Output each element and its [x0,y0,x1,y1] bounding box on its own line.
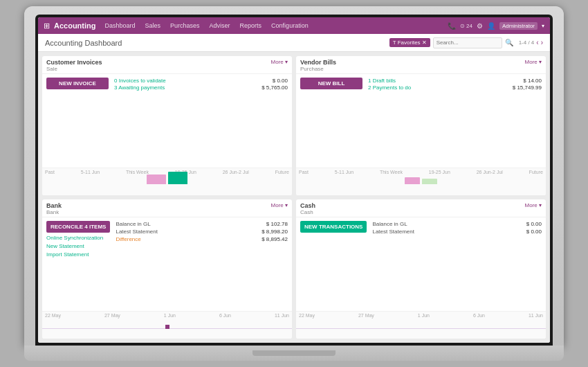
favorites-label: Favorites [398,39,421,46]
bar-this-week [168,172,187,184]
new-transactions-button[interactable]: NEW TRANSACTIONS [300,221,367,233]
online-sync-link[interactable]: Online Synchronization [46,235,110,241]
card-subtitle-bank: Bank [46,209,62,215]
bills-right: 1 Draft bills $ 14.00 2 Payments to do $… [368,78,542,161]
card-body-invoices: NEW INVOICE 0 Invoices to validate $ 0.0… [42,74,292,165]
card-title-invoices: Customer Invoices [46,59,102,66]
card-subtitle-bills: Purchase [300,66,336,72]
card-header-invoices: Customer Invoices Sale More ▾ [42,56,292,74]
search-input[interactable] [433,37,502,48]
bill-payments-val: $ 15,749.99 [513,84,542,91]
card-more-cash[interactable]: More ▾ [525,202,542,208]
card-vendor-bills: Vendor Bills Purchase More ▾ NEW BILL [296,56,546,195]
invoice-stat-2: 3 Awaiting payments $ 5,765.00 [114,84,288,91]
card-header-bills: Vendor Bills Purchase More ▾ [296,56,546,74]
new-invoice-button[interactable]: NEW INVOICE [46,78,109,89]
bank-tl-3: 1 Jun [164,313,176,318]
bills-bars [296,170,546,184]
bank-right: Balance in GL $ 102.78 Latest Statement … [116,221,288,305]
grid-icon: ⊞ [44,21,50,30]
card-body-bills: NEW BILL 1 Draft bills $ 14.00 2 Payment… [296,74,546,165]
reconcile-button[interactable]: RECONCILE 4 ITEMS [46,221,110,233]
pagination-label: 1-4 / 4 [519,39,535,46]
user-icon: 👤 [487,22,495,30]
admin-chevron[interactable]: ▾ [542,23,544,29]
screen-bezel: ⊞ Accounting Dashboard Sales Purchases A… [35,15,553,346]
bill-draft-val: $ 14.00 [523,78,542,84]
invoices-bars [42,170,292,184]
card-body-bank: RECONCILE 4 ITEMS Online Synchronization… [42,217,292,308]
new-bill-button[interactable]: NEW BILL [300,78,362,89]
bar-past [147,174,166,184]
import-statement-link[interactable]: Import Statement [46,251,110,258]
nav-adviser[interactable]: Adviser [208,21,232,30]
nav-purchases[interactable]: Purchases [168,21,202,30]
bills-chart: Past 5-11 Jun This Week 19-25 Jun 26 Jun… [296,168,546,195]
card-title-cash: Cash [300,202,315,209]
bill-payments-link[interactable]: 2 Payments to do [368,84,411,91]
settings-icon[interactable]: ⚙ [477,22,483,30]
bank-gl-row: Balance in GL $ 102.78 [116,221,288,227]
cash-ls-row: Latest Statement $ 0.00 [372,229,542,235]
bill-draft-link[interactable]: 1 Draft bills [368,78,396,84]
bank-gl-val: $ 102.78 [266,221,288,227]
nav-configuration[interactable]: Configuration [269,21,311,30]
bank-tl-1: 22 May [45,313,61,318]
laptop-base [24,346,564,361]
bank-timeline: 22 May 27 May 1 Jun 6 Jun 11 Jun [42,312,292,318]
cash-gl-val: $ 0.00 [526,221,542,227]
laptop-wrapper: ⊞ Accounting Dashboard Sales Purchases A… [24,6,564,361]
bank-diff-label[interactable]: Difference [116,236,140,242]
bank-ls-row: Latest Statement $ 8,998.20 [116,229,288,235]
cash-right: Balance in GL $ 0.00 Latest Statement $ … [372,221,542,305]
sub-header: Accounting Dashboard T Favorites ✕ 🔍 1-4… [38,34,550,52]
prev-page-button[interactable]: ‹ [536,39,538,46]
laptop-notch [252,350,336,356]
card-title-bills: Vendor Bills [300,59,336,66]
admin-label[interactable]: Administrator [499,22,538,30]
nav-reports[interactable]: Reports [238,21,264,30]
card-subtitle-cash: Cash [300,209,315,215]
navbar: ⊞ Accounting Dashboard Sales Purchases A… [38,17,550,34]
cash-ls-val: $ 0.00 [526,229,542,235]
search-icon[interactable]: 🔍 [505,39,513,46]
bills-left: NEW BILL [300,78,362,161]
card-more-invoices[interactable]: More ▾ [271,59,288,65]
favorites-button[interactable]: T Favorites ✕ [389,38,430,47]
invoice-awaiting-link[interactable]: 3 Awaiting payments [114,84,165,91]
card-body-cash: NEW TRANSACTIONS Balance in GL $ 0.00 La… [296,217,546,308]
new-statement-link[interactable]: New Statement [46,243,110,249]
card-header-cash: Cash Cash More ▾ [296,199,546,217]
phone-icon: 📞 [448,22,456,30]
invoice-stat-1: 0 Invoices to validate $ 0.00 [114,78,288,84]
cash-gl-row: Balance in GL $ 0.00 [372,221,542,227]
cash-timeline: 22 May 27 May 1 Jun 6 Jun 11 Jun [296,312,546,318]
bank-chart-dot [165,325,169,329]
bank-ls-val: $ 8,998.20 [261,229,288,235]
card-customer-invoices: Customer Invoices Sale More ▾ NEW INVOIC… [42,56,292,195]
cash-chart: 22 May 27 May 1 Jun 6 Jun 11 Jun [296,311,546,339]
bank-chart: 22 May 27 May 1 Jun 6 Jun 11 Jun [42,311,292,339]
next-page-button[interactable]: › [541,39,543,46]
notification-count[interactable]: ⊙ 24 [460,23,472,29]
cash-left: NEW TRANSACTIONS [300,221,367,305]
nav-dashboard[interactable]: Dashboard [103,21,138,30]
main-content: Customer Invoices Sale More ▾ NEW INVOIC… [38,52,550,343]
bill-stat-1: 1 Draft bills $ 14.00 [368,78,542,84]
cash-tl-2: 27 May [358,313,374,318]
search-area: T Favorites ✕ 🔍 [389,37,513,48]
invoices-right: 0 Invoices to validate $ 0.00 3 Awaiting… [114,78,288,161]
bank-gl-label: Balance in GL [116,221,150,227]
nav-sales[interactable]: Sales [143,21,163,30]
invoice-validate-link[interactable]: 0 Invoices to validate [114,78,166,84]
favorites-close[interactable]: ✕ [422,39,427,46]
invoice-validate-val: $ 0.00 [273,78,288,84]
brand-name: Accounting [54,21,96,30]
card-bank: Bank Bank More ▾ RECONCILE 4 ITEMS Onlin… [42,199,292,339]
bill-bar-week [422,179,437,184]
cash-tl-1: 22 May [299,313,315,318]
card-more-bank[interactable]: More ▾ [271,202,288,208]
favorites-icon: T [393,39,396,46]
card-more-bills[interactable]: More ▾ [525,59,542,65]
pagination: 1-4 / 4 ‹ › [519,39,543,46]
